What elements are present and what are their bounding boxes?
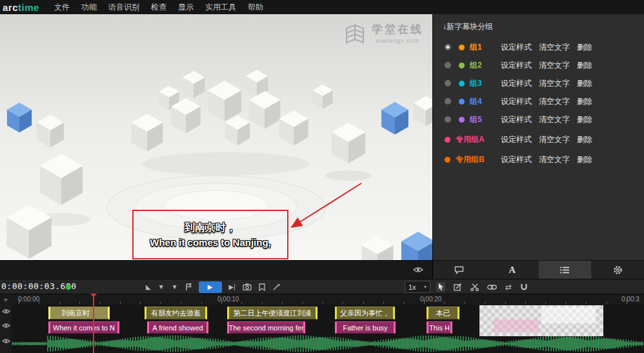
ruler-label: 0:00:3 [621,296,639,303]
clear-text-link[interactable]: 清空文字 [539,60,570,71]
clear-text-link[interactable]: 清空文字 [539,154,570,165]
menu-check[interactable]: 检查 [145,2,172,13]
group-radio[interactable] [445,116,451,123]
add-marker-icon[interactable]: ▼ [158,283,165,290]
ruler-label: 0:00:10 [217,296,239,303]
group-label: 专用组A [456,134,485,145]
subtitle-block-cn[interactable]: 有朋友约去游逛 [145,307,207,319]
scissors-icon [470,283,479,291]
flag-icon[interactable] [185,283,192,291]
group-row-1[interactable]: 组1 设定样式 清空文字 删除 [433,38,644,56]
edit-tools: ⇄ [436,279,528,294]
subtitle-block-en[interactable]: The second morning fer [227,321,305,334]
track-visibility-eye-icon[interactable] [2,308,10,314]
snap-corner-icon[interactable]: ◣ [146,283,151,290]
set-style-link[interactable]: 设定样式 [501,60,532,71]
menu-functions[interactable]: 功能 [75,2,103,13]
group-color-dot [459,81,465,86]
group-radio[interactable] [445,98,451,105]
playback-speed-select[interactable]: 1x ▾ [405,281,430,293]
groups-panel-header: ↓新字幕块分组 [433,14,644,32]
track-visibility-eye-icon[interactable] [2,323,10,328]
add-marker-alt-icon[interactable]: ▼ [172,283,178,290]
status-green-dot [66,285,71,290]
subtitle-block-en[interactable]: A friend showed [147,321,208,334]
menu-file[interactable]: 文件 [48,2,75,13]
subtitle-english: When it comes to Nanjing, [150,237,271,248]
swap-tool[interactable]: ⇄ [505,283,512,292]
set-style-link[interactable]: 设定样式 [501,114,532,125]
menu-display[interactable]: 显示 [172,2,199,13]
tab-comments[interactable] [433,261,486,279]
playhead-line[interactable] [93,294,94,353]
group-row-3[interactable]: 组3 设定样式 清空文字 删除 [433,74,644,92]
set-style-link[interactable]: 设定样式 [501,78,532,89]
track-gutter [0,305,12,353]
clear-text-link[interactable]: 清空文字 [539,42,570,53]
speed-value: 1x [408,283,416,291]
magnet-snap-tool[interactable] [520,283,528,291]
delete-link[interactable]: 删除 [577,154,592,165]
menu-bar: arctime 文件 功能 语音识别 检查 显示 实用工具 帮助 [0,0,644,14]
select-cursor-tool[interactable] [436,282,445,292]
group-row-5[interactable]: 组5 设定样式 清空文字 删除 [433,110,644,128]
set-style-link[interactable]: 设定样式 [501,154,532,165]
subtitle-block-cn[interactable]: 父亲因为事忙， [335,307,395,319]
clear-text-link[interactable]: 清空文字 [539,96,570,107]
plus-icon[interactable]: + [3,295,8,305]
set-style-link[interactable]: 设定样式 [501,134,532,145]
group-row-special-b[interactable]: 专用组B 设定样式 清空文字 删除 [433,150,644,168]
delete-link[interactable]: 删除 [577,42,592,53]
menu-tools[interactable]: 实用工具 [199,2,242,13]
group-row-2[interactable]: 组2 设定样式 清空文字 删除 [433,56,644,74]
delete-link[interactable]: 删除 [577,78,592,89]
track-visibility-eye-icon[interactable] [2,338,10,344]
pixelated-censor-region [479,305,603,336]
subtitle-block-cn[interactable]: 本已 [427,307,459,319]
bookmark-icon[interactable] [259,283,265,291]
magic-wand-icon[interactable] [272,283,280,291]
video-bottom-strip [0,260,432,279]
clear-text-link[interactable]: 清空文字 [539,114,570,125]
play-button[interactable]: ▶ [199,281,222,293]
timeline-tracks[interactable]: 到南京时， 有朋友约去游逛 第二日上午便须渡江到浦 父亲因为事忙， 本已 Whe… [0,305,644,353]
cut-tool[interactable] [470,283,479,291]
group-color-dot [459,99,465,105]
delete-link[interactable]: 删除 [577,114,592,125]
xuetangx-logo-icon [343,22,367,44]
clear-text-link[interactable]: 清空文字 [539,78,570,89]
menu-speech-recognition[interactable]: 语音识别 [103,2,145,13]
screenshot-camera-icon[interactable] [243,283,252,290]
group-row-4[interactable]: 组4 设定样式 清空文字 删除 [433,92,644,110]
set-style-link[interactable]: 设定样式 [501,42,532,53]
delete-link[interactable]: 删除 [577,134,592,145]
tab-settings[interactable] [591,261,644,279]
edit-block-tool[interactable] [454,283,462,291]
subtitle-highlight-box: 到南京时， When it comes to Nanjing, [132,210,288,259]
subtitle-groups-panel: ↓新字幕块分组 组1 设定样式 清空文字 删除 组2 设定样式 清空文字 [432,14,644,260]
logo-arc: arc [3,2,18,13]
tab-text-style[interactable]: A [486,261,539,279]
clear-text-link[interactable]: 清空文字 [539,134,570,145]
text-style-a-icon: A [508,265,516,276]
next-frame-icon[interactable]: ▶| [229,283,236,290]
audio-waveform [12,334,644,353]
group-radio[interactable] [445,44,451,50]
subtitle-block-en[interactable]: Father is busy [335,321,396,334]
tab-group-list[interactable] [539,261,592,279]
set-style-link[interactable]: 设定样式 [501,96,532,107]
menu-help[interactable]: 帮助 [242,2,269,13]
group-radio[interactable] [445,80,451,86]
subtitle-block-cn[interactable]: 到南京时， [48,307,110,319]
group-radio[interactable] [445,62,451,68]
subtitle-block-en[interactable]: This H [427,321,452,334]
delete-link[interactable]: 删除 [577,60,592,71]
subtitle-block-en[interactable]: When it comes to N [48,321,119,334]
subtitle-visibility-eye-icon[interactable] [413,267,423,273]
delete-link[interactable]: 删除 [577,96,592,107]
group-label: 组5 [470,114,482,125]
link-tool[interactable] [487,285,497,290]
subtitle-block-cn[interactable]: 第二日上午便须渡江到浦 [227,307,317,319]
group-row-special-a[interactable]: 专用组A 设定样式 清空文字 删除 [433,130,644,148]
watermark-name: 学堂在线 [372,22,423,37]
